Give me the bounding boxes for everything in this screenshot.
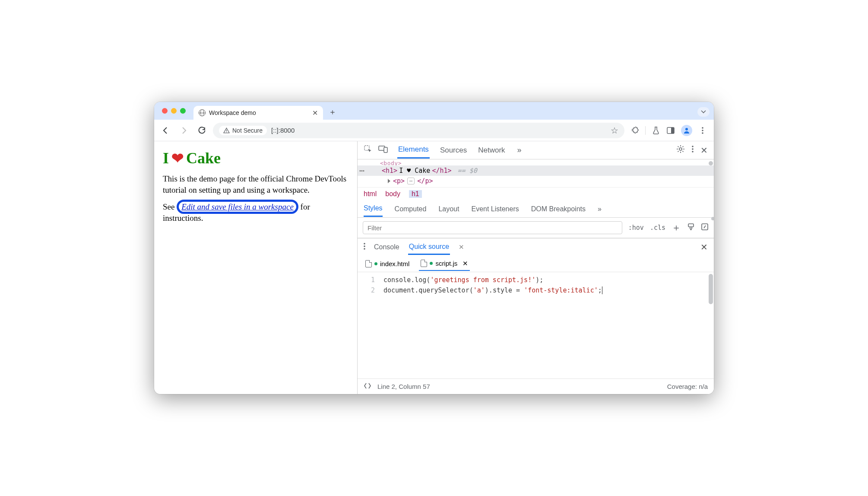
dots-icon[interactable]: ⋯: [359, 165, 364, 176]
crumb-html[interactable]: html: [364, 190, 377, 198]
tab-elements[interactable]: Elements: [397, 142, 430, 159]
svg-point-19: [364, 248, 365, 250]
close-quick-source-icon[interactable]: ✕: [459, 243, 464, 251]
styles-subtabs: Styles Computed Layout Event Listeners D…: [358, 200, 714, 218]
kebab-menu-icon[interactable]: [698, 126, 707, 135]
browser-tab[interactable]: Workspace demo ✕: [193, 106, 323, 120]
cursor-position: Line 2, Column 57: [377, 383, 430, 390]
drawer-tab-quick-source[interactable]: Quick source: [408, 240, 450, 255]
warning-icon: [223, 127, 230, 134]
close-drawer-icon[interactable]: ✕: [700, 242, 708, 252]
subtab-dom-breakpoints[interactable]: DOM Breakpoints: [531, 205, 586, 213]
drawer-kebab-icon[interactable]: [364, 243, 365, 251]
bookmark-icon[interactable]: ☆: [611, 125, 618, 136]
file-icon: [421, 260, 427, 267]
source-editor[interactable]: 12 console.log('greetings from script.js…: [358, 272, 714, 378]
file-icon: [365, 260, 372, 267]
back-button[interactable]: [158, 123, 173, 138]
subtab-layout[interactable]: Layout: [438, 205, 459, 213]
h1-close: </h1>: [432, 167, 451, 175]
svg-point-11: [679, 148, 682, 150]
svg-point-13: [692, 148, 694, 150]
computed-panel-icon[interactable]: [701, 223, 709, 232]
side-panel-icon[interactable]: [666, 126, 675, 135]
extensions-icon[interactable]: [630, 126, 639, 135]
crumb-body[interactable]: body: [385, 190, 400, 198]
reload-button[interactable]: [195, 123, 209, 138]
scrollbar-thumb[interactable]: [711, 217, 714, 220]
gear-icon[interactable]: [676, 145, 685, 156]
file-tab-script[interactable]: script.js ✕: [419, 257, 470, 271]
cls-toggle[interactable]: .cls: [650, 224, 665, 232]
forward-button[interactable]: [177, 123, 191, 138]
tab-search-button[interactable]: [697, 107, 710, 117]
minimize-window-icon[interactable]: [171, 108, 177, 114]
tab-strip: Workspace demo ✕ ＋: [154, 102, 714, 120]
h1-open: <h1>: [382, 167, 397, 175]
close-devtools-icon[interactable]: ✕: [700, 145, 708, 156]
svg-rect-3: [671, 127, 674, 134]
heading-cake: Cake: [186, 149, 221, 167]
security-label: Not Secure: [232, 127, 263, 134]
tabs-overflow-icon[interactable]: »: [517, 146, 522, 155]
svg-point-5: [702, 127, 703, 129]
security-chip[interactable]: Not Secure: [219, 126, 267, 135]
new-tab-button[interactable]: ＋: [326, 106, 339, 118]
collapsed-ellipsis[interactable]: ⋯: [407, 178, 415, 184]
separator: [645, 126, 646, 135]
h1-text: I ♥ Cake: [399, 167, 430, 175]
elements-tree: <body> ⋯ <h1>I ♥ Cake</h1> == $0 <p> ⋯ <…: [358, 159, 714, 187]
h1-element-row[interactable]: ⋯ <h1>I ♥ Cake</h1> == $0: [358, 165, 714, 176]
p-element-row[interactable]: <p> ⋯ </p>: [358, 176, 714, 186]
inspect-icon[interactable]: [364, 145, 372, 156]
labs-icon[interactable]: [652, 126, 660, 135]
format-icon[interactable]: [364, 383, 371, 390]
close-window-icon[interactable]: [162, 108, 168, 114]
svg-rect-0: [226, 130, 227, 131]
crumb-h1[interactable]: h1: [409, 190, 422, 198]
drawer-tabstrip: Console Quick source ✕ ✕: [358, 238, 714, 256]
svg-point-17: [364, 243, 365, 245]
workspace-tutorial-link[interactable]: Edit and save files in a workspace: [177, 200, 298, 214]
rendered-page: I ❤ Cake This is the demo page for the o…: [154, 141, 357, 394]
breadcrumb: html body h1: [358, 187, 714, 200]
close-file-icon[interactable]: ✕: [463, 260, 468, 267]
subtabs-overflow-icon[interactable]: »: [598, 205, 602, 213]
svg-rect-1: [226, 131, 227, 132]
file-tab-label: script.js: [435, 260, 457, 267]
tab-network[interactable]: Network: [477, 143, 506, 158]
profile-avatar[interactable]: [681, 125, 692, 136]
file-tabs: index.html script.js ✕: [358, 256, 714, 272]
subtab-computed[interactable]: Computed: [395, 205, 427, 213]
styles-filter-input[interactable]: [363, 221, 622, 234]
scrollbar-thumb[interactable]: [709, 161, 713, 165]
maximize-window-icon[interactable]: [180, 108, 186, 114]
svg-point-12: [692, 146, 694, 147]
file-tab-index[interactable]: index.html: [364, 258, 411, 270]
drawer: Console Quick source ✕ ✕ index.html scri…: [358, 238, 714, 394]
svg-point-6: [702, 130, 703, 131]
dollar-zero: == $0: [458, 167, 477, 175]
expand-triangle-icon[interactable]: [388, 179, 390, 183]
body-open-row[interactable]: <body>: [358, 160, 714, 165]
svg-rect-10: [384, 147, 387, 153]
drawer-tab-console[interactable]: Console: [374, 243, 399, 251]
devtools-kebab-icon[interactable]: [692, 146, 694, 155]
content-split: I ❤ Cake This is the demo page for the o…: [154, 141, 714, 394]
subtab-styles[interactable]: Styles: [364, 201, 383, 217]
close-tab-icon[interactable]: ✕: [312, 109, 318, 117]
url-text: [::]:8000: [271, 127, 295, 134]
svg-point-18: [364, 245, 365, 247]
code-area[interactable]: console.log('greetings from script.js!')…: [381, 272, 602, 378]
address-bar[interactable]: Not Secure [::]:8000 ☆: [213, 123, 624, 138]
new-style-rule-icon[interactable]: ＋: [672, 221, 681, 234]
line-gutter: 12: [358, 272, 381, 378]
hov-toggle[interactable]: :hov: [628, 224, 644, 232]
subtab-event-listeners[interactable]: Event Listeners: [471, 205, 519, 213]
device-toolbar-icon[interactable]: [378, 145, 388, 155]
scrollbar-thumb[interactable]: [709, 274, 713, 304]
page-heading: I ❤ Cake: [163, 149, 348, 167]
paint-brush-icon[interactable]: [687, 223, 695, 232]
tab-sources[interactable]: Sources: [439, 143, 468, 158]
svg-rect-15: [688, 224, 694, 227]
